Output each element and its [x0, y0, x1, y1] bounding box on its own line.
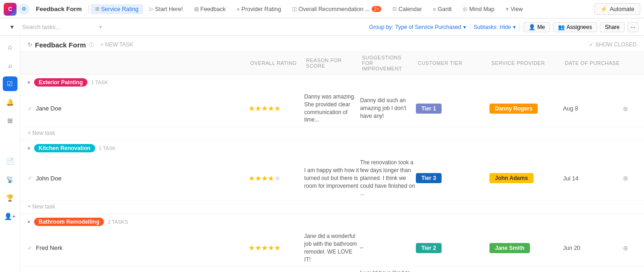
group-bathroom-header[interactable]: ▾ Bathroom Remodelling 2 TASKS: [20, 214, 644, 230]
add-column-button[interactable]: ⊕: [623, 244, 628, 252]
group-by-control[interactable]: Group by: Type of Service Purchased ▾: [369, 24, 466, 30]
group-exterior-header[interactable]: ▾ Exterior Painting 1 TASK: [20, 75, 644, 90]
add-col-cell: ⊕: [623, 244, 637, 252]
group-by-value[interactable]: Type of Service Purchased: [395, 24, 461, 30]
settings-icon[interactable]: ⚙: [18, 4, 29, 15]
exterior-task-count: 1 TASK: [91, 80, 108, 85]
filter-icon: ▼: [9, 24, 15, 30]
search-chevron-icon: ▾: [99, 24, 102, 29]
star-rating: ★★★★★: [248, 244, 281, 252]
top-bar: C ⚙ Feedback Form ⊞ Service Rating ▷ Sta…: [0, 0, 644, 18]
sidebar-icon-apps[interactable]: ⊞: [3, 113, 17, 128]
task-name[interactable]: Fred Nerk: [36, 244, 63, 251]
tier-badge: Tier 3: [416, 173, 442, 183]
rating-cell: ★★★★★: [248, 243, 304, 252]
tab-overall-recommendation[interactable]: ◫ Overall Recommendation ... 2+: [288, 4, 386, 14]
star-rating: ★★★★★: [248, 174, 281, 182]
me-icon: 👤: [529, 24, 535, 30]
new-task-button[interactable]: + NEW TASK: [97, 41, 137, 49]
sidebar: ⌂ ⌕ ☑ 🔔 ⊞ 📄 📡 🏆 👤+: [0, 36, 20, 272]
bathroom-chevron-icon: ▾: [28, 219, 30, 225]
new-task-exterior[interactable]: + New task: [20, 127, 644, 140]
sidebar-icon-notifications[interactable]: 🔔: [3, 95, 17, 110]
table-row: ✓ Fred Nerk ★★★★★ Jane did a wonderful j…: [20, 230, 644, 266]
date-value: Aug 8: [563, 105, 578, 112]
tab-gantt[interactable]: ≡ Gantt: [428, 4, 456, 14]
table-row: ✓ Juan Perez ★★★★★ I like how our bathro…: [20, 266, 644, 272]
page-title: Feedback Form: [31, 4, 86, 14]
bathroom-task-count: 2 TASKS: [108, 219, 128, 225]
add-view-button[interactable]: + View: [501, 4, 528, 14]
me-button[interactable]: 👤 Me: [523, 22, 550, 32]
suggestion-cell: –: [360, 244, 416, 252]
add-column-button[interactable]: ⊕: [623, 105, 628, 112]
subtasks-label: Subtasks:: [474, 24, 498, 30]
reason-cell: Jane did a wonderful job with the bathro…: [304, 232, 360, 263]
show-closed-button[interactable]: ✓ SHOW CLOSED: [589, 41, 637, 48]
group-kitchen-renovation: ▾ Kitchen Renovation 1 TASK ✓ John Doe ★…: [20, 140, 644, 214]
check-icon: ✓: [589, 41, 593, 48]
table-row: ✓ John Doe ★★★★★ I am happy with how it …: [20, 156, 644, 201]
sidebar-icon-radio[interactable]: 📡: [3, 172, 17, 187]
breadcrumb-title: Feedback Form: [35, 41, 86, 49]
tier-cell: Tier 1: [416, 104, 489, 114]
suggestion-text: I would have liked to see more light fix…: [360, 270, 411, 272]
reason-cell: Danny was amazing. She provided clear co…: [304, 93, 360, 124]
subtasks-value[interactable]: Hide: [500, 24, 511, 30]
col-date: DATE OF PURCHASE: [563, 60, 623, 66]
assignees-icon: 👥: [558, 24, 565, 30]
reason-text: I am happy with how it turned out but th…: [304, 167, 359, 189]
add-column-button[interactable]: ⊕: [623, 174, 628, 182]
sidebar-icon-tasks[interactable]: ☑: [3, 76, 17, 91]
assignees-button[interactable]: 👥 Assignees: [553, 22, 597, 32]
check-icon: ✓: [28, 105, 32, 112]
provider-cell: Jane Smith: [489, 243, 563, 253]
share-button[interactable]: Share: [600, 22, 625, 32]
more-options-button[interactable]: ···: [627, 22, 638, 32]
tier-cell: Tier 3: [416, 173, 489, 183]
start-here-icon: ▷: [150, 6, 153, 12]
tab-provider-rating[interactable]: ≡ Provider Rating: [232, 4, 286, 14]
sidebar-icon-trophy[interactable]: 🏆: [3, 191, 17, 205]
new-task-kitchen[interactable]: + New task: [20, 201, 644, 214]
kitchen-task-count: 1 TASK: [99, 145, 116, 151]
bathroom-remodelling-label: Bathroom Remodelling: [34, 218, 104, 226]
sidebar-icon-add-user[interactable]: 👤+: [3, 209, 17, 224]
group-kitchen-header[interactable]: ▾ Kitchen Renovation 1 TASK: [20, 140, 644, 156]
tab-calendar[interactable]: ⊡ Calendar: [388, 4, 426, 14]
info-icon: ⓘ: [89, 41, 94, 48]
date-cell: Jul 14: [563, 175, 623, 182]
sidebar-icon-home[interactable]: ⌂: [3, 40, 17, 54]
subtasks-control[interactable]: Subtasks: Hide ▾: [474, 24, 516, 30]
filter-button[interactable]: ▼: [6, 22, 18, 32]
provider-rating-icon: ≡: [236, 6, 239, 12]
tab-mind-map[interactable]: ◎ Mind Map: [458, 4, 499, 14]
sidebar-icon-documents[interactable]: 📄: [3, 154, 17, 168]
provider-cell: John Adams: [489, 173, 563, 183]
check-icon: ✓: [28, 245, 32, 251]
check-icon: ✓: [28, 175, 32, 181]
task-name[interactable]: John Doe: [36, 175, 62, 182]
mind-map-icon: ◎: [463, 6, 467, 12]
tab-start-here[interactable]: ▷ Start Here!: [145, 4, 187, 14]
group-by-chevron: ▾: [463, 24, 466, 30]
table-row: ✓ Jane Doe ★★★★★ Danny was amazing. She …: [20, 90, 644, 127]
kitchen-chevron-icon: ▾: [28, 145, 30, 151]
tab-service-rating[interactable]: ⊞ Service Rating: [91, 4, 143, 14]
toolbar-right: Group by: Type of Service Purchased ▾ Su…: [369, 22, 638, 32]
tab-feedback[interactable]: ▤ Feedback: [190, 4, 230, 14]
automate-button[interactable]: ⚡ Automate: [594, 3, 640, 15]
search-input[interactable]: [22, 24, 96, 30]
suggestion-text: The renovation took a few days longer th…: [360, 159, 415, 197]
sidebar-icon-search[interactable]: ⌕: [3, 58, 17, 73]
provider-cell: Danny Rogers: [489, 104, 563, 114]
gantt-icon: ≡: [433, 6, 436, 12]
task-name[interactable]: Jane Doe: [36, 105, 62, 112]
date-cell: Jun 20: [563, 244, 623, 251]
kitchen-renovation-label: Kitchen Renovation: [34, 144, 95, 152]
reason-text: Danny was amazing. She provided clear co…: [304, 93, 355, 123]
breadcrumb: ↻ Feedback Form ⓘ + NEW TASK ✓ SHOW CLOS…: [20, 36, 644, 52]
group-by-label: Group by:: [369, 24, 393, 30]
reason-cell: I am happy with how it turned out but th…: [304, 167, 360, 190]
service-rating-icon: ⊞: [95, 6, 99, 12]
